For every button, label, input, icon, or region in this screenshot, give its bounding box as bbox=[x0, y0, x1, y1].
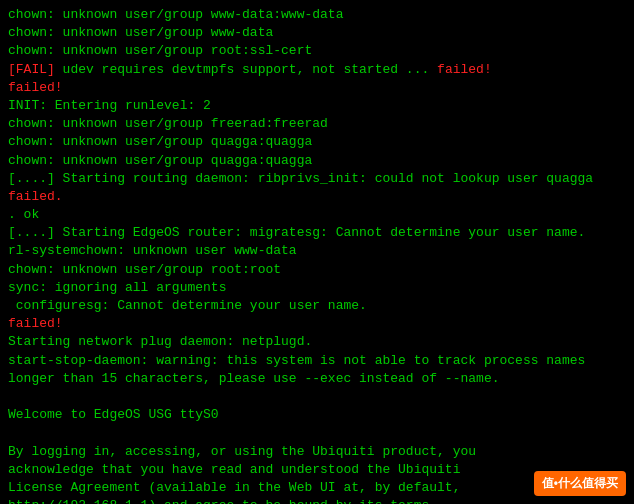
terminal-line-blank2 bbox=[8, 424, 626, 442]
terminal-line: chown: unknown user/group quagga:quagga bbox=[8, 152, 626, 170]
terminal-line: chown: unknown user/group www-data:www-d… bbox=[8, 6, 626, 24]
terminal-line: [....] Starting EdgeOS router: migratesg… bbox=[8, 224, 626, 242]
terminal-line: chown: unknown user/group quagga:quagga bbox=[8, 133, 626, 151]
terminal-window: chown: unknown user/group www-data:www-d… bbox=[0, 0, 634, 504]
terminal-line-ok: . ok bbox=[8, 206, 626, 224]
terminal-line: chown: unknown user/group www-data bbox=[8, 24, 626, 42]
failed-text: failed! bbox=[437, 62, 492, 77]
terminal-line: chown: unknown user/group freerad:freera… bbox=[8, 115, 626, 133]
terminal-line: http://192.168.1.1) and agree to be boun… bbox=[8, 497, 626, 504]
terminal-line: chown: unknown user/group root:root bbox=[8, 261, 626, 279]
terminal-line: INIT: Entering runlevel: 2 bbox=[8, 97, 626, 115]
fail-badge: [FAIL] bbox=[8, 62, 55, 77]
terminal-line-blank bbox=[8, 388, 626, 406]
terminal-line: [FAIL] udev requires devtmpfs support, n… bbox=[8, 61, 626, 79]
terminal-line: start-stop-daemon: warning: this system … bbox=[8, 352, 626, 370]
terminal-line: chown: unknown user/group root:ssl-cert bbox=[8, 42, 626, 60]
terminal-line-failed: failed! bbox=[8, 79, 626, 97]
terminal-line-starting-routing: [....] Starting routing daemon: ribprivs… bbox=[8, 170, 626, 188]
terminal-line-welcome: Welcome to EdgeOS USG ttyS0 bbox=[8, 406, 626, 424]
terminal-line-failed2: failed. bbox=[8, 188, 626, 206]
terminal-line: rl-systemchown: unknown user www-data bbox=[8, 242, 626, 260]
terminal-text: udev requires devtmpfs support, not star… bbox=[55, 62, 437, 77]
watermark: 值•什么值得买 bbox=[534, 471, 626, 496]
terminal-line: longer than 15 characters, please use --… bbox=[8, 370, 626, 388]
terminal-line: Starting network plug daemon: netplugd. bbox=[8, 333, 626, 351]
terminal-line-failed3: failed! bbox=[8, 315, 626, 333]
terminal-line: configuresg: Cannot determine your user … bbox=[8, 297, 626, 315]
terminal-line: sync: ignoring all arguments bbox=[8, 279, 626, 297]
terminal-line: By logging in, accessing, or using the U… bbox=[8, 443, 626, 461]
